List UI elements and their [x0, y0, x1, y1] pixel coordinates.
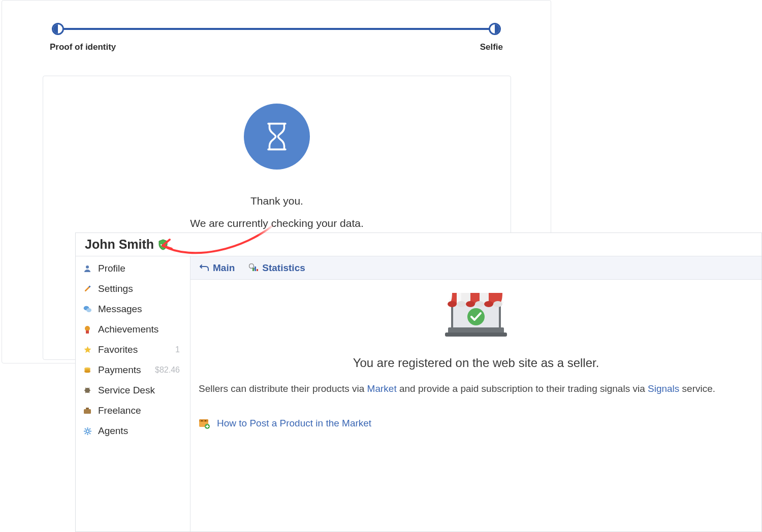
svg-rect-10: [84, 409, 91, 414]
coins-icon: [83, 365, 92, 375]
svg-point-24: [484, 301, 493, 307]
svg-point-21: [457, 301, 466, 307]
svg-rect-14: [252, 268, 254, 271]
sidebar-item-payments[interactable]: Payments $82.46: [76, 360, 190, 380]
hourglass-icon: [244, 104, 310, 170]
back-arrow-icon: [200, 263, 209, 273]
tab-label: Statistics: [262, 262, 305, 274]
sidebar-item-label: Favorites: [98, 344, 169, 355]
sidebar-item-label: Settings: [98, 283, 183, 294]
seller-desc-text: Sellers can distribute their products vi…: [199, 383, 367, 394]
signals-link[interactable]: Signals: [648, 383, 679, 394]
sidebar-item-profile[interactable]: Profile: [76, 258, 190, 279]
howto-row: How to Post a Product in the Market: [199, 418, 371, 429]
sidebar-item-label: Achievements: [98, 324, 183, 335]
pencil-icon: [83, 284, 92, 293]
howto-link[interactable]: How to Post a Product in the Market: [217, 418, 371, 429]
svg-rect-18: [445, 332, 507, 337]
svg-point-0: [86, 265, 89, 269]
chat-icon: [83, 305, 92, 314]
profile-header: John Smith: [76, 233, 761, 256]
svg-point-8: [84, 371, 90, 373]
gear-icon: [83, 426, 92, 436]
svg-rect-11: [86, 408, 89, 409]
sidebar-item-label: Messages: [98, 304, 183, 315]
svg-point-3: [86, 308, 91, 312]
sidebar-item-label: Service Desk: [98, 385, 183, 396]
market-link[interactable]: Market: [367, 383, 397, 394]
sidebar-item-messages[interactable]: Messages: [76, 299, 190, 319]
svg-rect-28: [199, 419, 208, 422]
sidebar-item-label: Payments: [98, 364, 149, 376]
svg-rect-5: [86, 330, 89, 334]
svg-point-22: [466, 301, 475, 307]
box-plus-icon: [199, 418, 210, 429]
profile-panel: John Smith Profile Settings: [75, 232, 762, 532]
sidebar: Profile Settings Messages Achievements: [76, 256, 190, 531]
progress-step-identity-icon: [52, 23, 64, 35]
svg-rect-29: [201, 420, 203, 421]
svg-rect-16: [257, 269, 258, 271]
svg-rect-30: [205, 420, 206, 421]
username-label: John Smith: [85, 237, 154, 252]
tab-label: Main: [213, 262, 235, 274]
verification-progress: Proof of identity Selfie: [53, 28, 500, 30]
svg-point-20: [448, 301, 457, 307]
bug-icon: [83, 386, 92, 395]
seller-description: Sellers can distribute their products vi…: [199, 381, 746, 396]
progress-track: [58, 28, 495, 30]
seller-desc-text: and provide a paid subscription to their…: [397, 383, 648, 394]
progress-label-identity: Proof of identity: [50, 42, 116, 52]
bar-chart-icon: [249, 263, 258, 273]
sidebar-item-servicedesk[interactable]: Service Desk: [76, 380, 190, 401]
seller-heading: You are registered on the web site as a …: [190, 356, 761, 370]
sidebar-item-achievements[interactable]: Achievements: [76, 319, 190, 340]
sidebar-item-label: Freelance: [98, 405, 183, 416]
medal-icon: [83, 325, 92, 334]
progress-step-selfie-icon: [489, 23, 501, 35]
favorites-count: 1: [175, 345, 180, 354]
svg-rect-15: [255, 267, 256, 271]
briefcase-icon: [83, 406, 92, 415]
svg-point-12: [86, 429, 89, 433]
thankyou-title: Thank you.: [43, 195, 511, 207]
star-icon: [83, 345, 92, 354]
payments-amount: $82.46: [155, 365, 180, 375]
sidebar-item-agents[interactable]: Agents: [76, 421, 190, 441]
svg-point-23: [475, 301, 484, 307]
svg-point-4: [85, 326, 90, 331]
sidebar-item-freelance[interactable]: Freelance: [76, 401, 190, 421]
user-icon: [83, 264, 92, 273]
tab-statistics[interactable]: Statistics: [249, 262, 305, 274]
tab-main[interactable]: Main: [200, 262, 235, 274]
content-area: Main Statistics: [190, 256, 761, 531]
thankyou-subtitle: We are currently checking your data.: [43, 217, 511, 229]
seller-desc-text: service.: [679, 383, 715, 394]
sidebar-item-settings[interactable]: Settings: [76, 279, 190, 299]
progress-label-selfie: Selfie: [480, 42, 503, 52]
verified-shield-icon: [158, 239, 168, 250]
shop-illustration-icon: [443, 289, 509, 342]
sidebar-item-favorites[interactable]: Favorites 1: [76, 340, 190, 360]
content-toolbar: Main Statistics: [190, 256, 761, 280]
svg-point-25: [493, 301, 502, 307]
sidebar-item-label: Agents: [98, 425, 183, 437]
sidebar-item-label: Profile: [98, 263, 183, 274]
